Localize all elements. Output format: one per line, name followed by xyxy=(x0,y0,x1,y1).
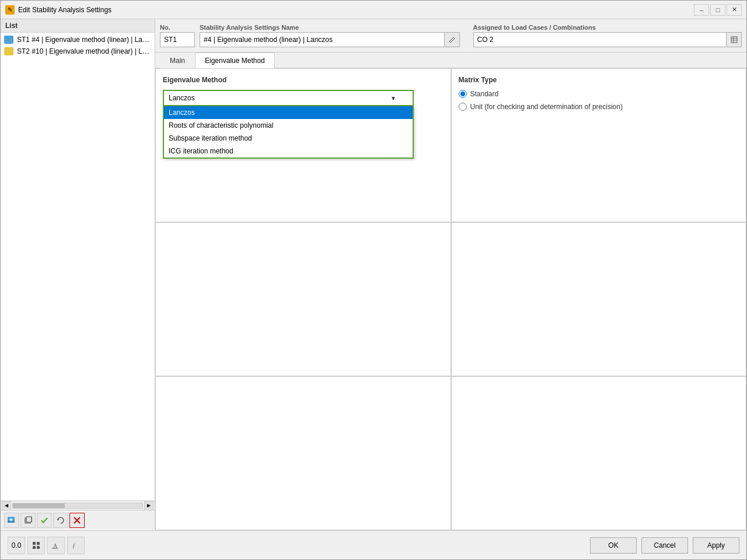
list-item-icon-2 xyxy=(4,47,13,55)
add-icon xyxy=(8,516,16,524)
matrix-section-title: Matrix Type xyxy=(459,76,739,84)
list-item[interactable]: ST1 #4 | Eigenvalue method (linear) | La… xyxy=(1,34,155,46)
delete-icon xyxy=(73,516,81,524)
dropdown-item-roots[interactable]: Roots of characteristic polynomial xyxy=(164,119,413,132)
svg-line-9 xyxy=(453,37,455,38)
list-item-label-2: ST2 #10 | Eigenvalue method (linear) | L… xyxy=(17,47,151,55)
name-label: Stability Analysis Settings Name xyxy=(200,24,469,31)
eigenvalue-dropdown[interactable]: Lanczos ▼ Lanczos Roots of characteristi… xyxy=(163,90,414,106)
bottom-tools: 0.0 A ƒ xyxy=(8,537,85,554)
scroll-left-btn[interactable]: ◀ xyxy=(2,501,11,510)
refresh-button[interactable] xyxy=(53,513,68,528)
list-item-label-1: ST1 #4 | Eigenvalue method (linear) | La… xyxy=(17,36,151,44)
radio-standard-input[interactable] xyxy=(459,90,467,98)
dialog-buttons: OK Cancel Apply xyxy=(590,537,739,554)
list-item-icon-1 xyxy=(4,36,13,44)
assigned-table-button[interactable] xyxy=(727,32,742,47)
svg-rect-17 xyxy=(37,546,40,549)
svg-rect-14 xyxy=(33,542,36,545)
no-input[interactable] xyxy=(160,32,195,47)
chevron-down-icon: ▼ xyxy=(390,95,396,102)
name-input-row xyxy=(200,32,469,47)
main-content: List ST1 #4 | Eigenvalue method (linear)… xyxy=(1,19,746,530)
svg-text:ƒ: ƒ xyxy=(72,542,75,549)
radio-standard-label: Standard xyxy=(470,90,499,98)
dropdown-item-icg[interactable]: ICG iteration method xyxy=(164,145,413,158)
matrix-radio-group: Standard Unit (for checking and determin… xyxy=(459,90,739,111)
content-cell-6 xyxy=(451,376,747,530)
check-icon xyxy=(40,516,48,524)
refresh-icon xyxy=(57,516,65,524)
formula-icon: ƒ xyxy=(72,541,80,550)
text-icon: A xyxy=(52,541,60,550)
tabs-bar: Main Eigenvalue Method xyxy=(155,52,746,68)
decimal-button[interactable]: 0.0 xyxy=(8,537,25,554)
matrix-type-cell: Matrix Type Standard Unit (for checking … xyxy=(451,68,747,222)
dropdown-selected-value: Lanczos xyxy=(169,94,390,102)
fields-row: No. Stability Analysis Settings Name xyxy=(155,19,746,52)
name-edit-button[interactable] xyxy=(445,32,460,47)
apply-button[interactable]: Apply xyxy=(693,537,739,554)
window-controls: – □ ✕ xyxy=(694,4,742,16)
content-cell-3 xyxy=(155,222,451,376)
list-area[interactable]: ST1 #4 | Eigenvalue method (linear) | La… xyxy=(1,33,155,501)
tab-eigenvalue[interactable]: Eigenvalue Method xyxy=(195,52,275,68)
no-label: No. xyxy=(160,24,195,31)
dropdown-trigger[interactable]: Lanczos ▼ xyxy=(163,90,414,106)
delete-button[interactable] xyxy=(69,513,85,528)
window-icon: ✎ xyxy=(5,5,15,15)
text-button[interactable]: A xyxy=(47,537,65,554)
maximize-button[interactable]: □ xyxy=(710,4,725,16)
assigned-input[interactable] xyxy=(473,32,727,47)
add-button[interactable] xyxy=(4,513,19,528)
svg-rect-15 xyxy=(37,542,40,545)
list-item-2[interactable]: ST2 #10 | Eigenvalue method (linear) | L… xyxy=(1,46,155,57)
close-button[interactable]: ✕ xyxy=(727,4,742,16)
name-input[interactable] xyxy=(200,32,445,47)
content-cell-4 xyxy=(451,222,747,376)
dropdown-item-lanczos[interactable]: Lanczos xyxy=(164,106,413,119)
list-scrollbar[interactable]: ◀ ▶ xyxy=(1,501,155,510)
title-bar: ✎ Edit Stability Analysis Settings – □ ✕ xyxy=(1,1,746,19)
grid-icon xyxy=(32,541,40,550)
ok-button[interactable]: OK xyxy=(590,537,637,554)
copy-icon xyxy=(24,516,32,524)
grid-button[interactable] xyxy=(27,537,45,554)
cancel-button[interactable]: Cancel xyxy=(641,537,688,554)
assigned-label: Assigned to Load Cases / Combinations xyxy=(473,24,742,31)
window-title: Edit Stability Analysis Settings xyxy=(18,6,111,14)
dropdown-list[interactable]: Lanczos Roots of characteristic polynomi… xyxy=(163,106,414,159)
dropdown-item-subspace[interactable]: Subspace iteration method xyxy=(164,132,413,145)
main-window: ✎ Edit Stability Analysis Settings – □ ✕… xyxy=(0,0,747,560)
name-field-group: Stability Analysis Settings Name xyxy=(200,24,469,47)
title-bar-left: ✎ Edit Stability Analysis Settings xyxy=(5,5,111,15)
table-icon xyxy=(731,36,738,43)
radio-unit-input[interactable] xyxy=(459,103,467,111)
svg-rect-6 xyxy=(26,517,32,522)
no-field-group: No. xyxy=(160,24,195,47)
svg-rect-10 xyxy=(731,37,737,43)
right-panel: No. Stability Analysis Settings Name xyxy=(155,19,746,530)
check-button[interactable] xyxy=(37,513,52,528)
list-toolbar xyxy=(1,510,155,530)
edit-icon xyxy=(449,36,456,43)
bottom-bar: 0.0 A ƒ xyxy=(1,530,746,559)
tab-main[interactable]: Main xyxy=(160,52,195,68)
radio-standard[interactable]: Standard xyxy=(459,90,739,98)
scroll-right-btn[interactable]: ▶ xyxy=(144,501,153,510)
minimize-button[interactable]: – xyxy=(694,4,709,16)
svg-rect-16 xyxy=(33,546,36,549)
svg-text:A: A xyxy=(53,542,58,549)
assigned-input-row xyxy=(473,32,742,47)
list-header: List xyxy=(1,19,155,33)
content-area: Eigenvalue Method Lanczos ▼ Lanczos Root… xyxy=(155,68,746,530)
eigenvalue-section-title: Eigenvalue Method xyxy=(163,76,444,84)
copy-button[interactable] xyxy=(20,513,36,528)
radio-unit-label: Unit (for checking and determination of … xyxy=(470,103,623,111)
content-cell-5 xyxy=(155,376,451,530)
assigned-field-group: Assigned to Load Cases / Combinations xyxy=(473,24,742,47)
radio-unit[interactable]: Unit (for checking and determination of … xyxy=(459,103,739,111)
left-panel: List ST1 #4 | Eigenvalue method (linear)… xyxy=(1,19,155,530)
formula-button[interactable]: ƒ xyxy=(67,537,85,554)
eigenvalue-method-cell: Eigenvalue Method Lanczos ▼ Lanczos Root… xyxy=(155,68,451,222)
